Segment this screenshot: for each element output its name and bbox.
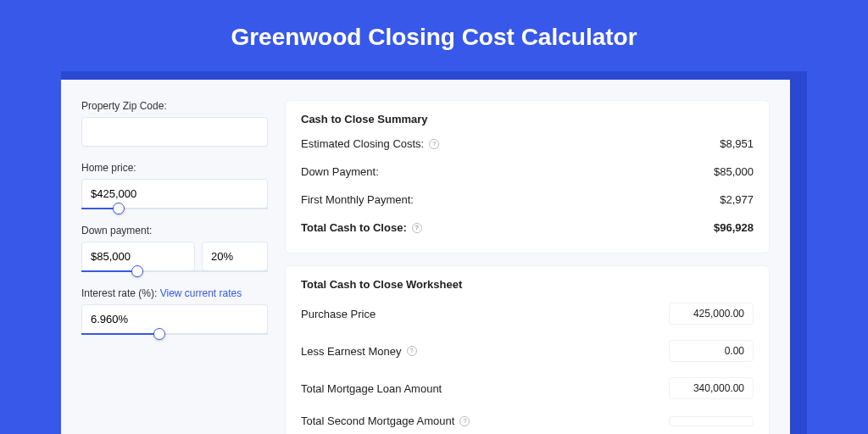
row-value: $8,951 — [720, 137, 754, 150]
price-field: Home price: — [81, 162, 268, 209]
row-value[interactable]: 425,000.00 — [669, 303, 754, 325]
rate-input[interactable] — [81, 304, 268, 334]
card-shadow: Property Zip Code: Home price: Down paym… — [61, 71, 807, 434]
row-label: Down Payment: — [301, 165, 379, 178]
row-label: Estimated Closing Costs: — [301, 137, 424, 150]
help-icon[interactable]: ? — [429, 139, 439, 149]
slider-thumb-icon[interactable] — [153, 328, 165, 340]
row-value[interactable]: 0.00 — [669, 340, 754, 362]
summary-row-total: Total Cash to Close: ? $96,928 — [301, 221, 754, 234]
rate-label: Interest rate (%): View current rates — [81, 287, 268, 299]
worksheet-row-loan-amount: Total Mortgage Loan Amount 340,000.00 — [301, 377, 754, 399]
price-input[interactable] — [81, 179, 268, 209]
summary-title: Cash to Close Summary — [301, 113, 754, 125]
row-label: Less Earnest Money — [301, 345, 402, 358]
summary-row-closing-costs: Estimated Closing Costs: ? $8,951 — [301, 137, 754, 150]
row-label: First Monthly Payment: — [301, 193, 414, 206]
calculator-card: Property Zip Code: Home price: Down paym… — [61, 80, 790, 434]
price-slider[interactable] — [81, 208, 268, 209]
worksheet-row-earnest-money: Less Earnest Money ? 0.00 — [301, 340, 754, 362]
help-icon[interactable]: ? — [407, 346, 417, 356]
row-value: $85,000 — [714, 165, 754, 178]
summary-panel: Cash to Close Summary Estimated Closing … — [285, 100, 770, 253]
rate-field: Interest rate (%): View current rates — [81, 287, 268, 335]
down-payment-pct-input[interactable] — [202, 242, 268, 271]
row-label: Purchase Price — [301, 308, 376, 320]
summary-row-down-payment: Down Payment: $85,000 — [301, 165, 754, 178]
row-value[interactable] — [669, 416, 754, 426]
slider-thumb-icon[interactable] — [113, 203, 125, 214]
summary-row-first-payment: First Monthly Payment: $2,977 — [301, 193, 754, 206]
worksheet-panel: Total Cash to Close Worksheet Purchase P… — [285, 265, 770, 434]
help-icon[interactable]: ? — [412, 223, 422, 233]
rate-slider[interactable] — [81, 333, 268, 335]
down-payment-field: Down payment: — [81, 225, 268, 272]
down-payment-slider[interactable] — [81, 270, 268, 272]
row-label: Total Cash to Close: — [301, 221, 407, 234]
view-rates-link[interactable]: View current rates — [160, 287, 242, 299]
page-title: Greenwood Closing Cost Calculator — [0, 0, 868, 71]
zip-label: Property Zip Code: — [81, 100, 268, 112]
zip-field: Property Zip Code: — [81, 100, 268, 147]
inputs-panel: Property Zip Code: Home price: Down paym… — [81, 100, 268, 434]
slider-thumb-icon[interactable] — [131, 265, 143, 277]
worksheet-title: Total Cash to Close Worksheet — [301, 278, 754, 291]
row-value: $96,928 — [714, 221, 754, 234]
price-label: Home price: — [81, 162, 268, 174]
down-payment-label: Down payment: — [81, 225, 268, 236]
worksheet-row-purchase-price: Purchase Price 425,000.00 — [301, 303, 754, 325]
results-panel: Cash to Close Summary Estimated Closing … — [285, 100, 770, 434]
row-label: Total Second Mortgage Amount — [301, 415, 454, 427]
row-value[interactable]: 340,000.00 — [669, 377, 754, 399]
row-value: $2,977 — [720, 193, 754, 206]
row-label: Total Mortgage Loan Amount — [301, 382, 442, 395]
help-icon[interactable]: ? — [459, 416, 470, 426]
zip-input[interactable] — [81, 117, 268, 147]
worksheet-row-second-mortgage: Total Second Mortgage Amount ? — [301, 415, 754, 427]
